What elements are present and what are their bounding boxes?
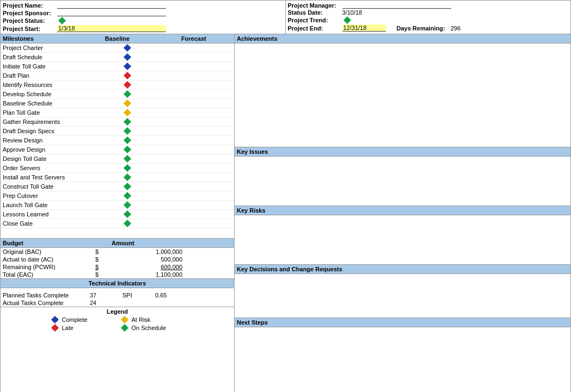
legend-row: Late On Schedule: [3, 324, 232, 332]
key-issues-header: Key Issues: [235, 147, 570, 157]
table-row: Construct Toll Gate: [1, 182, 234, 191]
list-item: Complete: [50, 316, 115, 323]
amount-label: Amount: [112, 240, 182, 246]
legend-row: Complete At Risk: [3, 316, 232, 323]
diamond-icon: [124, 192, 131, 200]
budget-row: Total (EAC) $ 1,100,000: [1, 271, 234, 278]
diamond-icon: [124, 183, 131, 190]
table-row: Project Charter: [1, 43, 234, 53]
table-row: Review Design: [1, 136, 234, 145]
list-item: Late: [50, 324, 115, 332]
project-name-value: [57, 2, 166, 9]
next-steps-header: Next Steps: [235, 318, 570, 327]
spacer: [1, 228, 234, 238]
project-start-row: Project Start: 1/3/18: [3, 25, 283, 32]
table-row: Plan Toll Gate: [1, 108, 234, 117]
diamond-icon: [124, 210, 131, 218]
table-row: Gather Requirements: [1, 117, 234, 127]
diamond-icon: [124, 90, 131, 98]
table-row: Approve Design: [1, 145, 234, 154]
key-risks-content: [235, 215, 570, 264]
list-item: On Schedule: [120, 324, 185, 332]
diamond-icon: [124, 44, 131, 52]
table-row: Design Toll Gate: [1, 154, 234, 164]
project-sponsor-label: Project Sponsor:: [3, 10, 57, 16]
right-panel: Achievements Key Issues Key Risks Key De…: [235, 34, 570, 392]
table-row: Launch Toll Gate: [1, 201, 234, 210]
diamond-icon: [124, 118, 131, 126]
status-date-label: Status Date:: [288, 9, 342, 16]
budget-row: Original (BAC) $ 1,000,000: [1, 248, 234, 256]
diamond-icon: [124, 127, 131, 135]
green-diamond-icon: [120, 324, 128, 332]
achievements-header: Achievements: [235, 34, 570, 43]
project-status-page: Project Name: Project Sponsor: Project S…: [0, 0, 571, 392]
diamond-icon: [124, 173, 131, 181]
project-end-value: 12/31/18: [342, 24, 386, 32]
key-decisions-header: Key Decisions and Change Requests: [235, 265, 570, 274]
diamond-icon: [124, 53, 131, 61]
milestones-table: Project Charter Draft Schedule Initiate …: [1, 43, 234, 228]
table-row: Draft Plan: [1, 71, 234, 80]
red-diamond-icon: [51, 324, 58, 332]
table-row: Baseline Schedule: [1, 99, 234, 108]
diamond-icon: [124, 99, 131, 107]
tech-row: Planned Tasks Complete 37 SPI 0.65: [1, 291, 234, 299]
table-row: Draft Schedule: [1, 53, 234, 62]
project-status-diamond: [58, 17, 66, 24]
header-left: Project Name: Project Sponsor: Project S…: [1, 1, 286, 34]
header-right: Project Manager: Status Date: 3/10/18 Pr…: [286, 1, 571, 34]
project-sponsor-value: [57, 9, 166, 16]
project-status-row: Project Status:: [3, 17, 283, 24]
project-end-row: Project End: 12/31/18 Days Remaining: 29…: [288, 24, 569, 32]
next-steps-content: [235, 327, 570, 392]
achievements-section: Achievements: [235, 34, 570, 147]
key-decisions-content: [235, 274, 570, 318]
diamond-icon: [124, 136, 131, 144]
key-issues-content: [235, 157, 570, 206]
project-name-label: Project Name:: [3, 2, 57, 9]
diamond-icon: [124, 201, 131, 209]
diamond-icon: [124, 146, 131, 153]
yellow-diamond-icon: [120, 316, 128, 323]
table-row: Draft Design Specs: [1, 127, 234, 136]
forecast-label: Forecast: [156, 35, 232, 42]
project-end-label: Project End:: [288, 25, 342, 32]
status-date-value: 3/10/18: [342, 9, 363, 16]
project-start-value: 1/3/18: [57, 25, 166, 32]
days-remaining-value: 296: [451, 25, 461, 32]
table-row: Identify Resources: [1, 80, 234, 90]
days-remaining-label: Days Remaining:: [397, 25, 445, 32]
project-manager-row: Project Manager:: [288, 2, 569, 9]
table-row: Initiate Toll Gate: [1, 62, 234, 71]
status-date-row: Status Date: 3/10/18: [288, 9, 569, 16]
table-row: Install and Test Servers: [1, 173, 234, 182]
achievements-content: [235, 43, 570, 147]
key-issues-section: Key Issues: [235, 147, 570, 206]
milestones-label: Milestones: [3, 35, 79, 42]
budget-row: Remaining (PCWR) $ 600,000: [1, 263, 234, 271]
legend-section: Legend Complete At Risk Late: [1, 307, 234, 333]
left-panel: Milestones Baseline Forecast Project Cha…: [1, 34, 235, 392]
table-row: Prep Cutover: [1, 191, 234, 201]
project-start-label: Project Start:: [3, 26, 57, 32]
key-decisions-section: Key Decisions and Change Requests: [235, 265, 570, 318]
next-steps-section: Next Steps: [235, 318, 570, 392]
main-content: Milestones Baseline Forecast Project Cha…: [1, 34, 570, 392]
legend-header: Legend: [3, 308, 232, 315]
project-sponsor-row: Project Sponsor:: [3, 9, 283, 16]
milestones-header: Milestones Baseline Forecast: [1, 34, 234, 43]
key-risks-section: Key Risks: [235, 206, 570, 265]
budget-label: Budget: [3, 240, 95, 246]
diamond-icon: [124, 164, 131, 172]
diamond-icon: [124, 155, 131, 163]
table-row: Develop Schedule: [1, 90, 234, 99]
list-item: At Risk: [120, 316, 185, 323]
tech-indicators-header: Technical Indicators: [1, 278, 234, 288]
project-name-row: Project Name:: [3, 2, 283, 9]
project-trend-row: Project Trend:: [288, 16, 569, 24]
project-trend-label: Project Trend:: [288, 17, 342, 23]
diamond-icon: [124, 81, 131, 89]
diamond-icon: [124, 220, 131, 227]
project-trend-diamond: [343, 16, 351, 24]
